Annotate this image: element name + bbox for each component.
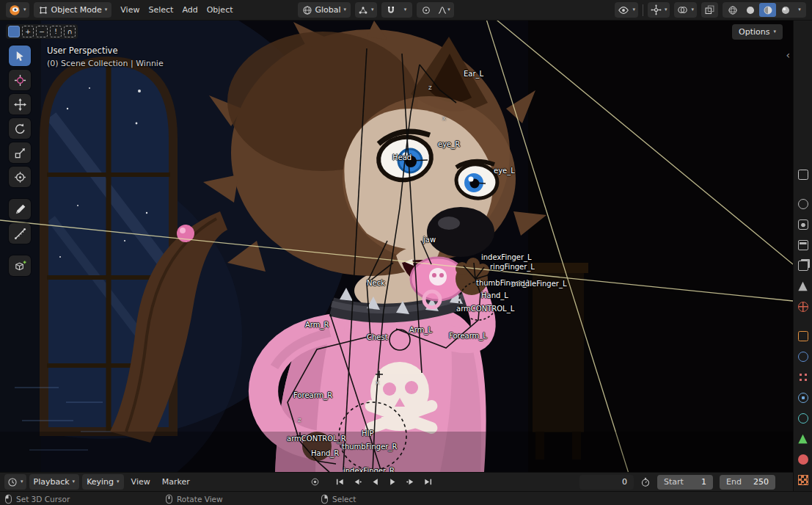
show-overlays-dropdown[interactable]: ▾: [674, 2, 697, 18]
tool-add-cube-button[interactable]: [9, 255, 31, 276]
mouse-right-icon: [321, 494, 329, 504]
properties-tab-modifiers[interactable]: [795, 349, 811, 364]
shading-solid-button[interactable]: [742, 3, 758, 17]
select-mode-extend-button[interactable]: +: [22, 26, 34, 37]
properties-tab-view-layer[interactable]: [795, 258, 811, 273]
menu-bar: View Select Add Object: [116, 4, 237, 16]
snap-settings-dropdown[interactable]: ▾: [400, 3, 411, 17]
auto-keyframe-toggle[interactable]: [307, 475, 323, 490]
shading-rendered-button[interactable]: [777, 3, 794, 17]
current-frame-field[interactable]: 0: [579, 475, 634, 490]
snap-group: ▾: [381, 2, 412, 18]
divider: [643, 4, 643, 16]
toggle-xray-button[interactable]: [701, 2, 718, 18]
properties-tab-physics[interactable]: [795, 390, 811, 405]
frame-end-field[interactable]: End 250: [720, 475, 775, 490]
jump-to-start-button[interactable]: [332, 475, 348, 490]
bone-label-Arm_R: Arm_R: [305, 321, 329, 329]
bone-label-Forearm_L: Forearm_L: [449, 332, 487, 340]
timeline-editor-type-button[interactable]: ▾: [4, 474, 26, 490]
sidebar-collapse-arrow[interactable]: ‹: [786, 50, 790, 60]
properties-tab-output[interactable]: [795, 238, 811, 252]
bone-label-Arm_L: Arm_L: [409, 326, 432, 334]
mode-select[interactable]: Object Mode ▾: [34, 2, 112, 18]
physics-icon: [798, 393, 808, 403]
axis-marker-x-2: x: [376, 379, 379, 386]
tool-rotate-button[interactable]: [9, 118, 31, 139]
playback-label: Playback: [34, 477, 70, 487]
status-hint-left-mouse: Set 3D Cursor: [4, 492, 70, 505]
menu-object[interactable]: Object: [202, 4, 238, 16]
chevron-down-icon: ▾: [404, 7, 407, 12]
bone-label-HIP: HIP: [362, 429, 374, 437]
select-mode-intersect-button[interactable]: ∩: [64, 26, 76, 37]
snap-toggle[interactable]: [383, 3, 400, 17]
tool-measure-button[interactable]: [9, 223, 31, 244]
shading-material-button[interactable]: [759, 3, 776, 17]
properties-tab-constraints[interactable]: [795, 411, 811, 426]
bone-label-jaw: jaw: [423, 236, 436, 244]
frame-start-field[interactable]: Start 1: [657, 475, 713, 490]
object-mode-icon: [38, 5, 48, 15]
menu-select[interactable]: Select: [144, 4, 178, 16]
proportional-falloff-dropdown[interactable]: ▾: [436, 3, 453, 17]
next-keyframe-button[interactable]: [403, 475, 419, 490]
tool-scale-button[interactable]: [9, 142, 31, 163]
show-gizmo-dropdown[interactable]: ▾: [648, 2, 670, 18]
properties-tab-render[interactable]: [795, 217, 811, 232]
properties-tab-scene[interactable]: [795, 279, 811, 294]
properties-tab-editor-type[interactable]: [795, 167, 811, 182]
previous-keyframe-button[interactable]: [350, 475, 366, 490]
shading-wireframe-button[interactable]: [724, 3, 741, 17]
playback-menu[interactable]: Playback ▾: [29, 474, 80, 490]
properties-tab-object[interactable]: [795, 329, 811, 344]
chevron-down-icon: ▾: [665, 7, 667, 12]
chevron-down-icon: ▾: [773, 29, 776, 34]
menu-view[interactable]: View: [116, 4, 144, 16]
timeline-marker-menu[interactable]: Marker: [158, 476, 194, 488]
select-mode-subtract-button[interactable]: −: [36, 26, 48, 37]
tool-move-button[interactable]: [9, 94, 31, 115]
jump-to-end-button[interactable]: [420, 475, 436, 490]
properties-tab-texture[interactable]: [795, 473, 811, 487]
proportional-circle-icon: [421, 5, 431, 15]
select-mode-new-button[interactable]: [8, 26, 20, 37]
options-dropdown[interactable]: Options ▾: [732, 24, 783, 40]
properties-tab-particles[interactable]: [795, 370, 811, 385]
shading-settings-dropdown[interactable]: ▾: [794, 3, 805, 17]
keying-menu[interactable]: Keying ▾: [82, 474, 123, 490]
bone-label-eye_L: eye_L: [494, 167, 515, 175]
transform-orientation-select[interactable]: Global ▾: [298, 2, 351, 18]
bone-label-middleFinger_L: middleFinger_L: [511, 280, 566, 288]
tool-tweak-select-button[interactable]: [9, 46, 31, 66]
menu-add[interactable]: Add: [178, 4, 202, 16]
tool-transform-button[interactable]: [9, 167, 31, 187]
proportional-edit-toggle[interactable]: [418, 3, 435, 17]
particles-icon: [798, 372, 808, 382]
eye-icon: [618, 4, 629, 16]
orientation-label: Global: [315, 5, 341, 15]
properties-tab-object-data[interactable]: [795, 432, 811, 446]
play-reverse-button[interactable]: [367, 475, 384, 490]
timeline-view-menu[interactable]: View: [127, 476, 155, 488]
properties-tab-material[interactable]: [795, 452, 811, 467]
bone-label-thumbFinger_R: thumbFinger_R: [342, 443, 397, 451]
show-object-types-dropdown[interactable]: ▾: [615, 2, 638, 18]
play-button[interactable]: [385, 475, 401, 490]
tool-cursor-button[interactable]: [9, 70, 31, 90]
properties-tab-tool[interactable]: [795, 197, 811, 211]
select-mode-invert-button[interactable]: !: [50, 26, 62, 37]
main-area: +−!∩ Options ▾ User Perspective (0) Scen…: [0, 21, 812, 491]
proportional-edit-group: ▾: [417, 2, 454, 18]
properties-tab-world[interactable]: [795, 299, 811, 314]
tool-icon: [798, 199, 808, 209]
viewport-canvas[interactable]: [0, 21, 793, 472]
tool-annotate-button[interactable]: [9, 199, 31, 219]
object-data-icon: [798, 434, 808, 444]
preview-range-toggle[interactable]: [640, 477, 651, 487]
pivot-point-select[interactable]: ▾: [355, 2, 377, 18]
chevron-down-icon: ▾: [117, 479, 120, 484]
viewport-3d[interactable]: +−!∩ Options ▾ User Perspective (0) Scen…: [0, 21, 793, 472]
chevron-down-icon: ▾: [23, 7, 26, 12]
blender-menu-button[interactable]: ▾: [6, 2, 29, 18]
